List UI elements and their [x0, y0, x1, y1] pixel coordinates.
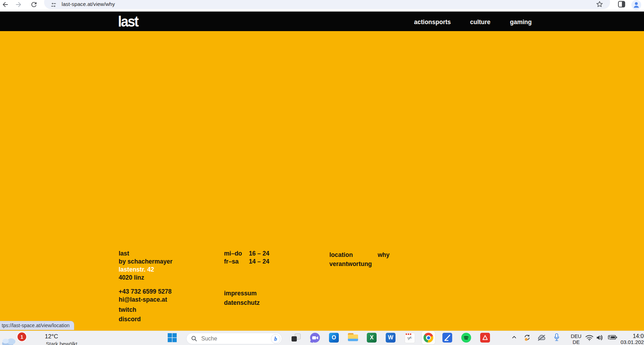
microphone-icon[interactable]	[554, 333, 560, 343]
weather-temperature[interactable]: 12°C	[45, 333, 58, 340]
footer-phone-link[interactable]: +43 732 6599 5278	[119, 288, 172, 296]
task-view-button[interactable]	[291, 333, 301, 343]
reload-icon[interactable]	[30, 1, 38, 9]
nav-gaming[interactable]: gaming	[510, 19, 532, 26]
footer-twitch-link[interactable]: twitch	[119, 306, 172, 314]
onedrive-offline-icon[interactable]	[537, 334, 546, 343]
taskbar: 1 12°C Stark bewölkt b	[0, 331, 644, 345]
footer-brand-line: last	[119, 250, 173, 258]
footer-discord-link[interactable]: discord	[119, 315, 172, 323]
hours-days: mi–do	[224, 250, 249, 258]
browser-toolbar: last-space.at/view/why	[0, 0, 644, 12]
screen: { "browser": { "url": "last-space.at/vie…	[0, 0, 644, 345]
task-view-front-square	[292, 336, 297, 342]
snipping-tool-icon[interactable]: ✂	[405, 333, 414, 343]
language-secondary: DE	[568, 339, 584, 345]
nav-culture[interactable]: culture	[470, 19, 490, 26]
start-button[interactable]	[167, 333, 177, 343]
side-panel-icon[interactable]	[618, 1, 625, 8]
bing-chat-icon[interactable]: b	[271, 334, 280, 344]
page-body	[0, 31, 644, 331]
footer-brand-line: by schachermayer	[119, 258, 173, 266]
clock-time: 14:05	[613, 333, 644, 339]
taskbar-apps: b O X W	[167, 333, 490, 344]
footer-city-link[interactable]: 4020 linz	[119, 274, 173, 282]
footer-hours: mi–do 16 – 24 fr–sa 14 – 24	[224, 250, 269, 266]
spotify-icon[interactable]	[461, 333, 471, 343]
file-explorer-icon[interactable]	[348, 333, 358, 343]
language-switcher[interactable]: DEU DE	[568, 333, 584, 345]
sync-update-icon[interactable]	[523, 333, 531, 343]
footer-contact: +43 732 6599 5278 hi@last-space.at twitc…	[119, 288, 172, 323]
hours-row: mi–do 16 – 24	[224, 250, 269, 258]
video-chat-app-icon[interactable]	[310, 333, 320, 343]
site-logo[interactable]: last	[118, 13, 138, 30]
drawing-app-icon[interactable]	[442, 333, 452, 343]
profile-avatar[interactable]	[631, 0, 641, 10]
weather-cloud-icon[interactable]	[1, 336, 19, 345]
footer-impressum-link[interactable]: impressum	[224, 289, 260, 298]
nav-actionsports[interactable]: actionsports	[414, 19, 451, 26]
notification-badge: 1	[17, 332, 27, 342]
acrobat-icon[interactable]	[480, 333, 490, 343]
clock-date: 03.01.2024	[613, 339, 644, 345]
footer-why-link[interactable]: why	[378, 250, 390, 259]
footer-verantwortung-link[interactable]: verantwortung	[329, 259, 372, 268]
search-input[interactable]	[201, 335, 261, 342]
site-header: last actionsports culture gaming	[0, 12, 644, 31]
taskbar-search[interactable]: b	[186, 333, 282, 344]
footer-links-col2: why	[378, 250, 390, 259]
address-bar[interactable]	[44, 0, 610, 9]
footer-legal: impressum datenschutz	[224, 289, 260, 308]
footer-location-link[interactable]: location	[329, 250, 372, 259]
hours-days: fr–sa	[224, 258, 249, 266]
footer-datenschutz-link[interactable]: datenschutz	[224, 298, 260, 308]
tray-chevron-up-icon[interactable]	[511, 334, 517, 342]
site-settings-icon[interactable]	[50, 2, 57, 8]
excel-icon[interactable]: X	[367, 333, 377, 343]
back-icon[interactable]	[1, 1, 10, 9]
volume-icon[interactable]	[596, 334, 604, 343]
search-icon	[191, 336, 197, 342]
hours-time: 14 – 24	[249, 258, 269, 266]
status-link-preview: tps://last-space.at/view/location	[0, 321, 74, 330]
word-icon[interactable]: W	[386, 333, 396, 343]
wifi-icon[interactable]	[585, 335, 594, 343]
bookmark-star-icon[interactable]	[596, 0, 603, 8]
url-text[interactable]: last-space.at/view/why	[62, 1, 115, 7]
forward-icon[interactable]	[15, 1, 23, 9]
taskbar-clock[interactable]: 14:05 03.01.2024	[613, 333, 644, 345]
outlook-icon[interactable]: O	[329, 333, 339, 343]
hours-row: fr–sa 14 – 24	[224, 258, 269, 266]
weather-condition[interactable]: Stark bewölkt	[46, 341, 77, 345]
hours-time: 16 – 24	[249, 250, 269, 258]
chrome-icon[interactable]	[424, 333, 433, 343]
footer-links-col1: location verantwortung	[329, 250, 372, 268]
footer-brand-address: last by schachermayer lastenstr. 42 4020…	[119, 250, 173, 282]
language-primary: DEU	[568, 333, 584, 339]
footer-email-link[interactable]: hi@last-space.at	[119, 296, 172, 304]
footer-street-link[interactable]: lastenstr. 42	[119, 266, 173, 274]
